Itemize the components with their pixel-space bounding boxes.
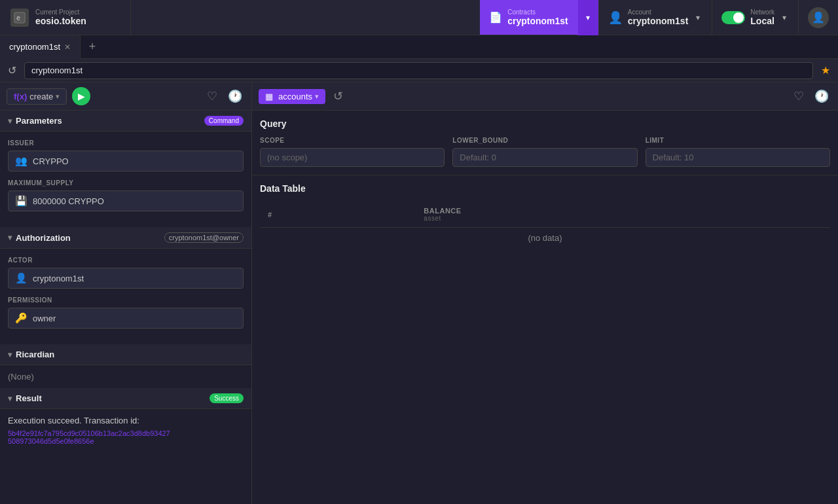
function-selector[interactable]: f(x) create ▾ (7, 88, 67, 105)
network-dropdown-arrow[interactable]: ▾ (780, 13, 789, 22)
scope-field: SCOPE (260, 137, 445, 167)
table-label: accounts (278, 92, 312, 101)
parameters-badge: Command (204, 116, 244, 126)
lower-bound-input[interactable] (452, 148, 637, 167)
svg-text:e: e (16, 14, 20, 22)
contracts-name: cryptonom1st (507, 16, 568, 26)
data-table-section: Data Table # BALANCE asset (252, 175, 838, 504)
left-toolbar: f(x) create ▾ ▶ ♡ 🕐 (0, 82, 251, 111)
contracts-info: Contracts cryptonom1st (507, 9, 568, 26)
ricardian-value: (None) (8, 372, 34, 382)
authorization-content: ACTOR 👤 PERMISSION 🔑 (0, 249, 251, 344)
result-hash[interactable]: 5b4f2e91fc7a795cd9c05106b13ac2ac3d8db934… (8, 429, 244, 445)
contracts-dropdown-arrow[interactable]: ▾ (577, 0, 598, 35)
limit-label: LIMIT (646, 137, 830, 144)
account-label: Account (628, 9, 689, 16)
result-title: ▾ Result (8, 393, 42, 403)
lower-bound-label: LOWER_BOUND (452, 137, 637, 144)
top-bar: e Current Project eosio.token 📄 Contract… (0, 0, 838, 35)
project-section: e Current Project eosio.token (0, 0, 131, 35)
actor-label: ACTOR (8, 257, 244, 264)
result-section-header[interactable]: ▾ Result Success (0, 388, 251, 409)
ricardian-section-header[interactable]: ▾ Ricardian (0, 344, 251, 365)
issuer-icon: 👥 (15, 155, 27, 167)
data-table-title: Data Table (260, 183, 830, 194)
parameters-section-header[interactable]: ▾ Parameters Command (0, 111, 251, 132)
scope-label: SCOPE (260, 137, 445, 144)
new-tab-button[interactable]: + (81, 35, 104, 59)
account-dropdown-arrow[interactable]: ▾ (693, 13, 702, 22)
no-data-cell: (no data) (260, 228, 830, 249)
table-selector[interactable]: ▦ accounts ▾ (259, 89, 325, 104)
right-favorites-button[interactable]: ♡ (791, 86, 807, 106)
max-supply-label: MAXIMUM_SUPPLY (8, 179, 244, 187)
tab-label: cryptonom1st (9, 42, 60, 52)
authorization-badge: cryptonom1st@owner (164, 232, 244, 243)
lower-bound-field: LOWER_BOUND (452, 137, 637, 167)
col-balance-header: BALANCE asset (416, 202, 830, 228)
query-title: Query (260, 118, 830, 129)
favorites-button[interactable]: ♡ (204, 86, 220, 106)
col-hash-header: # (260, 202, 416, 228)
tab-bar: cryptonom1st ✕ + (0, 35, 838, 59)
result-hash-line2: 508973046d5d5e0fe8656e (8, 437, 94, 445)
table-dropdown-arrow: ▾ (315, 92, 319, 101)
left-panel: f(x) create ▾ ▶ ♡ 🕐 ▾ Parameters Command… (0, 82, 252, 504)
run-button[interactable]: ▶ (72, 87, 90, 105)
permission-input[interactable] (33, 314, 236, 323)
issuer-input[interactable] (33, 156, 236, 166)
parameters-title: ▾ Parameters (8, 116, 62, 126)
max-supply-input[interactable] (33, 196, 236, 206)
ricardian-title: ▾ Ricardian (8, 350, 54, 359)
col-balance-sub: asset (424, 215, 822, 222)
no-data-row: (no data) (260, 228, 830, 249)
address-input[interactable] (24, 62, 813, 79)
permission-field[interactable]: 🔑 (8, 308, 244, 329)
refresh-button[interactable]: ↺ (331, 86, 346, 106)
limit-field: LIMIT (646, 137, 830, 167)
account-info: Account cryptonom1st (628, 9, 689, 26)
authorization-title: ▾ Authorization (8, 233, 71, 243)
authorization-section-header[interactable]: ▾ Authorization cryptonom1st@owner (0, 227, 251, 249)
network-name: Local (750, 16, 774, 26)
data-table: # BALANCE asset (no data) (260, 202, 830, 248)
contracts-button[interactable]: 📄 Contracts cryptonom1st (480, 0, 577, 35)
history-button[interactable]: 🕐 (225, 86, 245, 106)
query-section: Query SCOPE LOWER_BOUND LIMIT (252, 111, 838, 175)
limit-input[interactable] (646, 148, 830, 167)
ricardian-label: Ricardian (16, 350, 54, 359)
parameters-chevron: ▾ (8, 117, 12, 126)
user-avatar-button[interactable]: 👤 (798, 0, 838, 35)
reload-button[interactable]: ↺ (5, 62, 19, 79)
bookmark-button[interactable]: ★ (818, 62, 833, 79)
table-grid-icon: ▦ (265, 92, 273, 101)
right-history-button[interactable]: 🕐 (812, 86, 831, 106)
result-badge: Success (210, 393, 244, 403)
max-supply-field[interactable]: 💾 (8, 190, 244, 211)
address-bar: ↺ ★ (0, 59, 838, 82)
parameters-content: ISSUER 👥 MAXIMUM_SUPPLY 💾 (0, 132, 251, 227)
parameters-label: Parameters (16, 116, 62, 126)
tab-close-button[interactable]: ✕ (64, 43, 71, 52)
result-chevron: ▾ (8, 394, 12, 403)
authorization-chevron: ▾ (8, 233, 12, 242)
permission-icon: 🔑 (15, 312, 27, 324)
right-toolbar: ▦ accounts ▾ ↺ ♡ 🕐 (252, 82, 838, 111)
actor-field[interactable]: 👤 (8, 268, 244, 289)
function-label: create (29, 92, 53, 101)
network-toggle[interactable] (721, 11, 745, 24)
query-fields: SCOPE LOWER_BOUND LIMIT (260, 137, 830, 167)
max-supply-icon: 💾 (15, 195, 27, 207)
ricardian-chevron: ▾ (8, 350, 12, 359)
contracts-label: Contracts (507, 9, 568, 16)
project-icon: e (10, 9, 29, 27)
actor-icon: 👤 (15, 272, 27, 284)
actor-input[interactable] (33, 274, 236, 283)
scope-input[interactable] (260, 148, 445, 167)
network-section: Network Local ▾ (712, 0, 798, 35)
account-icon: 👤 (608, 10, 623, 25)
issuer-field[interactable]: 👥 (8, 151, 244, 171)
permission-label: PERMISSION (8, 297, 244, 304)
tab-cryptonom1st[interactable]: cryptonom1st ✕ (0, 35, 81, 59)
function-dropdown-arrow: ▾ (56, 92, 60, 101)
